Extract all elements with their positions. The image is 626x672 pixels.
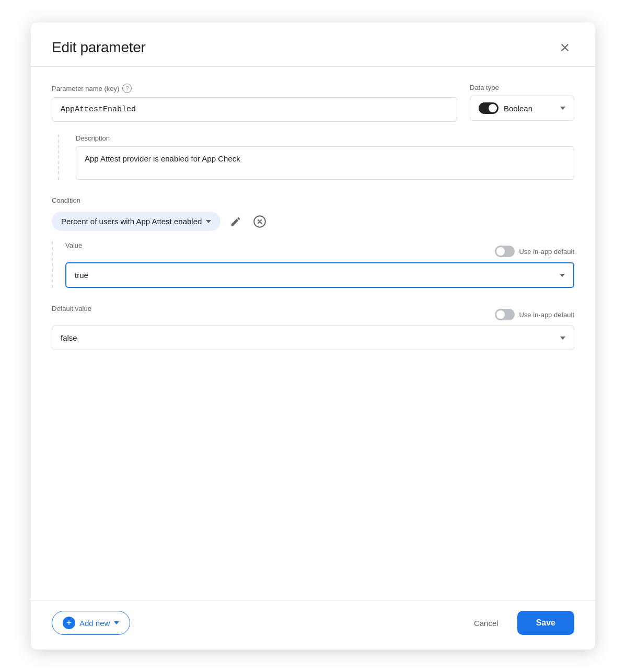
default-value-label: Default value	[52, 305, 91, 312]
default-use-in-app-default-row: Use in-app default	[495, 305, 574, 320]
default-value-select[interactable]: false	[52, 326, 574, 350]
dialog-title: Edit parameter	[52, 39, 145, 56]
use-default-label: Use in-app default	[519, 248, 574, 256]
add-icon: +	[63, 617, 75, 629]
remove-condition-button[interactable]	[251, 213, 269, 230]
description-label: Description	[76, 134, 574, 142]
cancel-button[interactable]: Cancel	[466, 613, 507, 633]
default-use-default-label: Use in-app default	[519, 311, 574, 319]
condition-row: Percent of users with App Attest enabled	[52, 212, 574, 231]
edit-parameter-dialog: Edit parameter Parameter name (key) ? Da…	[31, 22, 595, 650]
parameter-name-label: Parameter name (key) ?	[52, 84, 457, 93]
description-input[interactable]	[76, 146, 574, 180]
default-value-row: Default value Use in-app default	[52, 305, 574, 320]
data-type-label-text: Data type	[470, 84, 574, 91]
description-group: Description	[76, 134, 574, 180]
condition-section: Condition Percent of users with App Atte…	[52, 196, 574, 288]
parameter-name-input[interactable]	[52, 97, 457, 122]
save-button[interactable]: Save	[517, 611, 574, 635]
close-button[interactable]	[555, 39, 574, 56]
description-section: Description	[58, 134, 574, 180]
parameter-row: Parameter name (key) ? Data type Boolean	[52, 84, 574, 122]
x-circle-icon	[253, 215, 266, 228]
dialog-body: Parameter name (key) ? Data type Boolean	[31, 67, 595, 600]
default-chevron-icon	[560, 337, 565, 340]
add-new-chevron-icon	[114, 621, 119, 624]
value-select-text: true	[75, 271, 88, 280]
use-in-app-default-row: Use in-app default	[495, 241, 574, 257]
close-icon	[559, 41, 571, 54]
default-value-select-text: false	[61, 333, 77, 342]
value-row: Value Use in-app default	[65, 241, 574, 257]
dialog-footer: + Add new Cancel Save	[31, 600, 595, 650]
dialog-header: Edit parameter	[31, 22, 595, 67]
parameter-name-group: Parameter name (key) ?	[52, 84, 457, 122]
condition-label: Condition	[52, 196, 574, 204]
default-value-section: Default value Use in-app default false	[52, 305, 574, 350]
use-default-toggle[interactable]	[495, 246, 515, 257]
data-type-select[interactable]: Boolean	[470, 96, 574, 121]
condition-chevron-icon	[206, 220, 211, 223]
value-section: Value Use in-app default true	[52, 241, 574, 288]
value-select[interactable]: true	[65, 262, 574, 288]
edit-condition-button[interactable]	[228, 214, 244, 229]
add-new-button[interactable]: + Add new	[52, 611, 130, 635]
condition-chip[interactable]: Percent of users with App Attest enabled	[52, 212, 221, 231]
add-new-label: Add new	[79, 619, 110, 628]
value-label: Value	[65, 241, 82, 249]
value-chevron-icon	[560, 274, 565, 277]
chevron-down-icon	[560, 107, 565, 110]
help-icon[interactable]: ?	[122, 84, 132, 93]
pencil-icon	[230, 216, 241, 227]
toggle-on-icon	[479, 102, 499, 114]
footer-right: Cancel Save	[466, 611, 574, 635]
default-use-default-toggle[interactable]	[495, 309, 515, 320]
data-type-group: Data type Boolean	[470, 84, 574, 121]
condition-chip-label: Percent of users with App Attest enabled	[61, 217, 202, 226]
